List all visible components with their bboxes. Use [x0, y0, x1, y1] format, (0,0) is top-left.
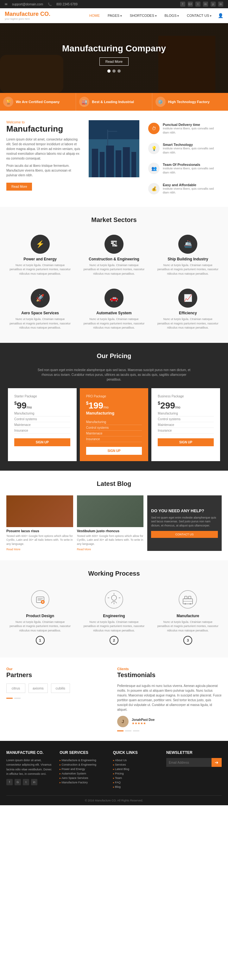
smart-icon: 💡	[148, 143, 160, 154]
svg-rect-5	[116, 150, 121, 177]
pinterest-icon[interactable]: p	[211, 2, 216, 7]
nav-pages[interactable]: PAGES	[106, 13, 124, 18]
team-title: Team Of Professionals	[163, 163, 219, 167]
welcome-features: ⏱ Punctual Delivery time Institute viver…	[146, 120, 222, 197]
manufacture-num: 3	[183, 636, 192, 645]
sector-aerospace: 🚀 Aero Space Services Nunc ut turpis lig…	[6, 285, 74, 333]
footer-service-3: Power and Energy	[60, 767, 106, 771]
hero-dot-1[interactable]	[107, 70, 111, 73]
footer-link-7: Blog	[113, 784, 160, 789]
product-design-title: Product Design	[10, 614, 71, 618]
nav-shortcodes[interactable]: SHORTCODES	[128, 13, 158, 18]
hero-dot-2[interactable]	[112, 70, 116, 73]
blog-help-box: DO YOU NEED ANY HELP? Sed mi quam eget e…	[147, 495, 222, 551]
svg-rect-4	[106, 146, 114, 177]
feature-delivery: ⏱ Punctual Delivery time Institute viver…	[146, 120, 222, 137]
facebook-icon[interactable]: f	[180, 2, 185, 7]
starter-f4: Insurance	[14, 428, 70, 434]
top-bar: ✉ support@domain.com 📞 800 2345 6789 f G…	[0, 0, 228, 8]
blog-post-1: Posuere lacus risus Tested with 600+ Goo…	[6, 495, 73, 551]
footer-quicklinks-col: QUICK LINKS About Us Services Latest Blo…	[113, 750, 160, 789]
starter-price: $99/mo	[14, 401, 70, 411]
business-f4: Insurance	[158, 428, 214, 434]
blog-post-1-image	[6, 495, 73, 527]
sector-construction: 🏗 Construction & Engineering Nunc ut tur…	[80, 232, 147, 279]
sector-power: ⚡ Power and Energy Nunc ut turpis ligula…	[6, 232, 74, 279]
pricing-subtitle: Sed non quam eget enim molestie alampher…	[35, 368, 193, 382]
footer-link-1: About Us	[113, 758, 160, 762]
testi-pre: Clients	[117, 667, 222, 671]
linkedin-icon-1[interactable]: in	[203, 2, 208, 7]
footer-service-2: Construction & Engineering	[60, 762, 106, 767]
svg-rect-25	[185, 596, 187, 599]
copyright-text: © 2016 Manufacture CO. All Rights Reserv…	[85, 799, 143, 802]
testi-stars: ★★★★★	[132, 722, 155, 725]
business-signup-button[interactable]: SIGN UP	[158, 438, 214, 446]
footer-company-name: MANUFACTURE CO.	[6, 750, 53, 755]
nav-blogs[interactable]: BLOGS	[163, 13, 180, 18]
footer-linkedin-icon[interactable]: in	[31, 779, 37, 785]
testi-dot-1[interactable]	[117, 730, 124, 731]
partners-pre: Our	[6, 667, 111, 671]
newsletter-email-input[interactable]	[166, 758, 212, 767]
linkedin-icon-2[interactable]: in	[218, 2, 223, 7]
testi-avatar: J	[117, 716, 128, 727]
footer-googleplus-icon[interactable]: G	[14, 779, 21, 785]
googleplus-icon[interactable]: G+	[188, 2, 193, 7]
contact-us-button[interactable]: CONTACT US	[151, 531, 218, 538]
blog-grid: Posuere lacus risus Tested with 600+ Goo…	[6, 495, 222, 551]
email-address: support@domain.com	[12, 3, 43, 6]
footer-quicklinks-title: QUICK LINKS	[113, 750, 160, 755]
testi-dot-3[interactable]	[133, 730, 139, 731]
hero-read-more-button[interactable]: Read More	[100, 57, 128, 66]
newsletter-submit-button[interactable]: ➔	[212, 758, 222, 767]
automotive-icon: 🚗	[104, 289, 124, 308]
partner-dot-2[interactable]	[14, 698, 21, 699]
team-desc: Institute viverra libero, quis convallis…	[163, 167, 219, 175]
technology-title: High Technology Factory	[168, 100, 210, 104]
engineering-title: Engineering	[83, 614, 144, 618]
footer-newsletter-title: NEWSLETTER	[166, 750, 222, 755]
footer-facebook-icon[interactable]: f	[6, 779, 13, 785]
starter-signup-button[interactable]: SIGN UP	[14, 438, 70, 446]
process-grid: Product Design Nunc ut turpis ligula. Ct…	[6, 585, 222, 648]
footer-company-desc: Lorem ipsum dolor sit amet, consectetur …	[6, 758, 53, 776]
partner-cubilis: cubilis	[51, 684, 70, 693]
business-f2: Control systems	[158, 417, 214, 422]
welcome-read-more-button[interactable]: Read More	[6, 183, 32, 191]
user-icon[interactable]: 👤	[218, 13, 223, 18]
footer-twitter-icon[interactable]: t	[23, 779, 29, 785]
business-f1: Manufacturing	[158, 411, 214, 417]
testi-text: Pellentesque aut iugulis mi nunc luctus …	[117, 684, 222, 712]
pricing-section: Our Pricing Sed non quam eget enim moles…	[0, 343, 228, 471]
blog-post-2-read-more[interactable]: Read More	[77, 548, 144, 551]
sector-power-title: Power and Energy	[10, 257, 71, 261]
logo[interactable]: Manufacture CO.	[5, 11, 50, 18]
nav-home[interactable]: HOME	[88, 13, 101, 18]
svg-point-28	[185, 603, 186, 605]
affordable-title: Easy and Affordable	[163, 183, 219, 187]
sectors-grid: ⚡ Power and Energy Nunc ut turpis ligula…	[6, 232, 222, 333]
product-design-desc: Nunc ut turpis ligula. Ctrainian natoque…	[10, 620, 71, 633]
footer-service-6: Manufacture Factory	[60, 780, 106, 784]
svg-rect-26	[188, 596, 191, 599]
welcome-title: Manufacturing	[6, 124, 82, 134]
sector-efficiency-desc: Nunc ut turpis ligula. Ctrainian natoque…	[157, 317, 218, 330]
partner-dot-1[interactable]	[6, 698, 13, 699]
twitter-icon[interactable]: t	[195, 2, 201, 7]
engineering-icon	[103, 588, 125, 611]
sector-shipbuilding-title: Ship Building Industry	[157, 257, 218, 261]
pro-f4: Insurance	[86, 436, 142, 442]
testi-dot-2[interactable]	[125, 730, 131, 731]
product-design-icon	[29, 588, 51, 611]
pro-signup-button[interactable]: SIGN UP	[86, 447, 142, 455]
hero-dot-3[interactable]	[117, 70, 121, 73]
shipbuilding-icon: 🚢	[178, 235, 197, 254]
nav-contact[interactable]: CONTACT US	[185, 13, 213, 18]
svg-rect-3	[100, 152, 104, 177]
footer-grid: MANUFACTURE CO. Lorem ipsum dolor sit am…	[6, 750, 222, 789]
welcome-body-2: Proin iaculis dui at libero tristique fe…	[6, 163, 82, 178]
help-desc: Sed mi quam eget enim molestie alampherq…	[151, 516, 218, 528]
svg-rect-7	[131, 152, 136, 177]
blog-post-1-read-more[interactable]: Read More	[6, 548, 73, 551]
